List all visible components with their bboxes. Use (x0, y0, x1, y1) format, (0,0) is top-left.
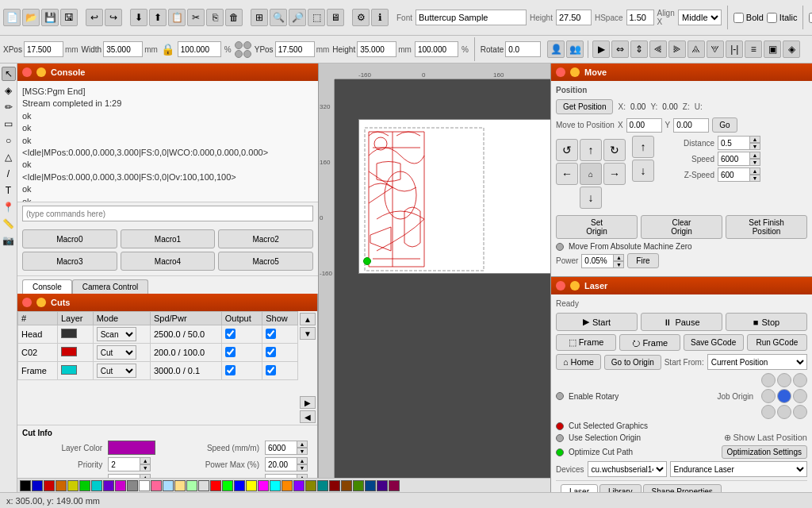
palette-brightmagenta[interactable] (258, 480, 269, 491)
home-btn[interactable]: ⌂ Home (556, 354, 601, 370)
group-icon[interactable]: ▣ (764, 40, 781, 58)
person-icon[interactable]: 👤 (547, 40, 565, 58)
my-input[interactable] (673, 118, 709, 133)
pct2-input[interactable] (415, 41, 458, 57)
set-finish-btn[interactable]: Set FinishPosition (726, 215, 807, 239)
font-hspace-input[interactable] (626, 10, 654, 25)
xpos-input[interactable] (24, 41, 63, 57)
jog-cw-btn[interactable]: ↻ (603, 139, 626, 161)
delete-icon[interactable]: 🗑 (225, 9, 243, 26)
set-origin-btn[interactable]: SetOrigin (556, 215, 638, 239)
ypos-input[interactable] (275, 41, 315, 57)
palette-brightcyan[interactable] (270, 480, 281, 491)
console-minimize-btn[interactable] (36, 67, 46, 77)
fire-btn[interactable]: Fire (627, 253, 658, 268)
speed-up-btn[interactable]: ▲ (297, 441, 308, 448)
origin-dot-tl[interactable] (761, 373, 776, 387)
palette-red[interactable] (44, 480, 55, 491)
polygon-tool[interactable]: △ (2, 150, 16, 164)
align-top-icon[interactable]: ⩓ (688, 40, 705, 58)
palette-blue[interactable] (32, 480, 43, 491)
align-right-icon[interactable]: ⫸ (668, 40, 686, 58)
row0-show-check[interactable] (266, 329, 276, 339)
lock-icon[interactable]: 🔒 (161, 43, 174, 56)
row2-output-check[interactable] (225, 365, 236, 375)
palette-lightyellow[interactable] (174, 480, 186, 491)
tab-console[interactable]: Console (22, 279, 72, 294)
jog-right-btn[interactable]: → (603, 163, 626, 185)
palette-green[interactable] (79, 480, 90, 491)
laser-type-select[interactable]: Endurance Laser (670, 461, 807, 477)
redo-icon[interactable]: ↪ (105, 9, 122, 26)
cuts-minimize-btn[interactable] (36, 298, 46, 307)
palette-darkyellow[interactable] (353, 480, 364, 491)
origin-dot-bl[interactable] (761, 405, 776, 419)
laser-minimize-btn[interactable] (570, 281, 580, 291)
jog-left-btn[interactable]: ← (556, 163, 578, 185)
run-gcode-btn[interactable]: Run GCode (747, 334, 807, 351)
row1-output-check[interactable] (225, 347, 236, 357)
pin-tool[interactable]: 📍 (2, 200, 16, 214)
row2-color-swatch[interactable] (61, 365, 77, 375)
flip-h-icon[interactable]: ⇔ (611, 40, 629, 58)
paste-icon[interactable]: 📋 (168, 9, 186, 26)
jog-down-btn[interactable]: ↓ (580, 187, 602, 209)
cuts-close-btn[interactable] (22, 298, 32, 307)
palette-cyan[interactable] (91, 480, 102, 491)
macro2-btn[interactable]: Macro2 (218, 229, 313, 248)
jog-home-btn[interactable]: ⌂ (580, 163, 602, 185)
start-btn[interactable]: ▶ Start (556, 313, 638, 331)
devices-select[interactable]: cu.wchusbserial1420 (588, 461, 667, 477)
optimization-settings-btn[interactable]: Optimization Settings (722, 445, 808, 459)
jog-z-up-btn[interactable]: ↑ (632, 136, 654, 158)
origin-dot-tc[interactable] (777, 373, 791, 387)
palette-brown[interactable] (341, 480, 352, 491)
move-close-btn[interactable] (556, 67, 565, 77)
palette-teal[interactable] (317, 480, 328, 491)
palette-darkpink[interactable] (389, 480, 400, 491)
align-bottom-icon[interactable]: ⩔ (707, 40, 724, 58)
zspd-down-btn[interactable]: ▼ (749, 175, 760, 182)
scroll-left-btn[interactable]: ◀ (300, 410, 316, 423)
scroll-down-btn[interactable]: ▼ (300, 327, 316, 340)
canvas-area[interactable]: -160 0 160 320 320 160 0 -160 (319, 64, 550, 508)
distance-input[interactable] (718, 136, 749, 150)
flip-v-icon[interactable]: ⇕ (630, 40, 648, 58)
palette-olive[interactable] (305, 480, 316, 491)
go-btn[interactable]: Go (712, 117, 737, 133)
speed-input[interactable] (265, 441, 297, 455)
zspd-up-btn[interactable]: ▲ (749, 167, 760, 175)
palette-darkpurple[interactable] (377, 480, 388, 491)
power-max-input[interactable] (265, 457, 297, 471)
go-to-origin-btn[interactable]: Go to Origin (604, 355, 661, 370)
scroll-up-btn[interactable]: ▲ (300, 313, 316, 325)
console-close-btn[interactable] (22, 67, 32, 77)
settings-icon[interactable]: ⚙ (352, 9, 370, 26)
pause-btn[interactable]: ⏸ Pause (641, 313, 722, 331)
origin-dot-bc[interactable] (777, 405, 791, 419)
camera-tool[interactable]: 📷 (2, 233, 16, 248)
width-input[interactable] (103, 41, 143, 57)
palette-darkred[interactable] (329, 480, 340, 491)
font-name-input[interactable] (416, 10, 527, 25)
zoom-fit-icon[interactable]: ⊞ (251, 9, 268, 26)
bold-checkbox[interactable] (733, 13, 744, 23)
frame-btn2[interactable]: ⭮ Frame (619, 334, 680, 351)
font-height-input[interactable] (556, 10, 592, 25)
macro3-btn[interactable]: Macro3 (22, 252, 117, 271)
align-left-icon[interactable]: ⫷ (649, 40, 667, 58)
dist-h-icon[interactable]: |‑| (726, 40, 743, 58)
zoom-out-icon[interactable]: 🔎 (289, 9, 306, 26)
row1-mode-select[interactable]: CutScan (97, 345, 136, 360)
macro0-btn[interactable]: Macro0 (22, 229, 117, 248)
console-input[interactable] (22, 206, 313, 221)
power-down-btn[interactable]: ▼ (613, 261, 624, 268)
dist-v-icon[interactable]: ≡ (745, 40, 762, 58)
row0-mode-select[interactable]: ScanCut (97, 327, 136, 341)
palette-violet[interactable] (293, 480, 304, 491)
layer-color-swatch[interactable] (108, 441, 155, 455)
palette-brightblue[interactable] (234, 480, 245, 491)
palette-lightgreen[interactable] (186, 480, 197, 491)
frame-icon[interactable]: ⬚ (308, 9, 325, 26)
priority-up-btn[interactable]: ▲ (140, 457, 151, 464)
